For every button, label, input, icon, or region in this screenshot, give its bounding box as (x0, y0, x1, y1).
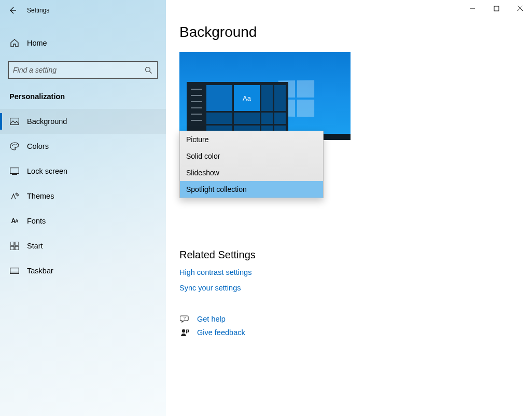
help-row-feedback: Give feedback (179, 328, 519, 337)
window-controls (460, 0, 532, 17)
nav-label: Taskbar (27, 267, 53, 275)
svg-rect-11 (494, 6, 499, 11)
nav-item-taskbar[interactable]: Taskbar (0, 258, 166, 283)
nav-item-background[interactable]: Background (0, 109, 166, 134)
help-section: ? Get help Give feedback (179, 315, 519, 337)
minimize-icon (469, 5, 475, 11)
nav-label: Colors (27, 142, 49, 150)
picture-icon (9, 118, 20, 125)
minimize-button[interactable] (460, 0, 484, 17)
nav-item-start[interactable]: Start (0, 233, 166, 258)
titlebar: Settings (0, 0, 166, 21)
svg-rect-9 (15, 246, 19, 250)
help-icon: ? (179, 315, 190, 323)
link-sync-settings[interactable]: Sync your settings (179, 284, 519, 292)
dropdown-option-spotlight[interactable]: Spotlight collection (180, 181, 323, 198)
dropdown-option-picture[interactable]: Picture (180, 131, 323, 148)
home-label: Home (27, 39, 47, 47)
background-dropdown[interactable]: Picture Solid color Slideshow Spotlight … (179, 131, 324, 198)
background-preview: Aa (179, 52, 351, 140)
svg-point-13 (182, 329, 185, 332)
svg-rect-10 (10, 268, 19, 274)
taskbar-icon (9, 268, 20, 274)
section-title: Personalization (9, 92, 166, 101)
maximize-button[interactable] (484, 0, 508, 17)
nav-item-colors[interactable]: Colors (0, 134, 166, 159)
svg-rect-5 (10, 168, 19, 174)
nav-item-themes[interactable]: Themes (0, 184, 166, 209)
palette-icon (9, 142, 20, 150)
link-give-feedback[interactable]: Give feedback (197, 328, 245, 337)
back-icon (8, 6, 17, 15)
svg-point-2 (12, 145, 13, 146)
page-title: Background (179, 24, 519, 40)
nav-label: Themes (27, 192, 54, 200)
svg-rect-7 (15, 242, 19, 245)
preview-sample-text: Aa (234, 85, 260, 111)
nav-label: Lock screen (27, 167, 67, 175)
dropdown-option-slideshow[interactable]: Slideshow (180, 164, 323, 181)
back-button[interactable] (0, 0, 25, 21)
nav-item-lock-screen[interactable]: Lock screen (0, 159, 166, 184)
nav-item-fonts[interactable]: AA Fonts (0, 209, 166, 233)
svg-rect-6 (10, 242, 14, 245)
sidebar-home[interactable]: Home (0, 31, 166, 55)
lock-screen-icon (9, 168, 20, 175)
svg-point-3 (13, 144, 15, 145)
search-input[interactable] (13, 66, 144, 74)
home-icon (9, 38, 20, 48)
close-button[interactable] (508, 0, 532, 17)
nav-label: Background (27, 117, 67, 126)
help-row-get-help: ? Get help (179, 315, 519, 323)
nav-label: Fonts (27, 217, 46, 225)
main-area: Background Aa Picture Solid color Slides… (166, 0, 532, 416)
svg-text:?: ? (184, 316, 186, 320)
themes-icon (9, 192, 20, 200)
search-box[interactable] (8, 61, 158, 79)
fonts-icon: AA (9, 217, 20, 225)
feedback-icon (179, 328, 190, 337)
sidebar: Settings Home Personalization Background… (0, 0, 166, 416)
link-get-help[interactable]: Get help (197, 315, 226, 323)
close-icon (517, 5, 523, 11)
link-high-contrast[interactable]: High contrast settings (179, 268, 519, 276)
related-settings-title: Related Settings (179, 249, 519, 261)
start-icon (9, 242, 20, 250)
svg-rect-8 (10, 246, 14, 250)
nav-label: Start (27, 242, 43, 250)
dropdown-option-solid-color[interactable]: Solid color (180, 148, 323, 164)
maximize-icon (494, 6, 499, 11)
search-icon (144, 66, 153, 74)
svg-rect-1 (10, 118, 19, 125)
app-title: Settings (27, 7, 49, 14)
svg-point-4 (16, 144, 17, 145)
sidebar-nav: Background Colors Lock screen Themes AA … (0, 109, 166, 283)
svg-point-0 (145, 67, 150, 72)
